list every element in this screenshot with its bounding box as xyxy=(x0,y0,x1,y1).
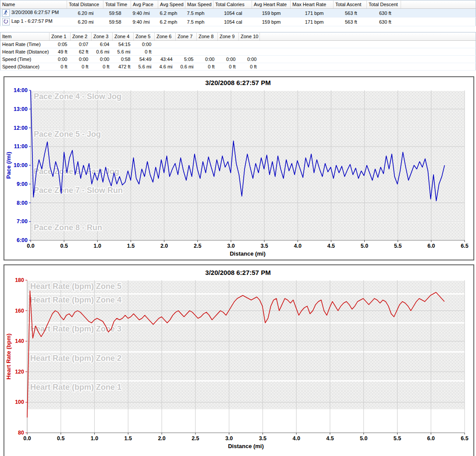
column-header-total-distance[interactable]: Total Distance xyxy=(67,0,103,9)
heart-rate-chart-box: Heart Rate (bpm) Zone 5Heart Rate (bpm) … xyxy=(4,264,474,456)
cell: 4.6 mi xyxy=(155,63,176,71)
cell xyxy=(176,41,197,48)
cell-filler xyxy=(260,63,476,71)
cell: 7.5 mph xyxy=(185,18,213,26)
zone-stat-row[interactable]: Speed (Distance)0 ft0 ft0 ft472 ft5.6 mi… xyxy=(0,63,476,71)
column-header-zone-4[interactable]: Zone 4 xyxy=(113,32,134,41)
cell: 0 ft xyxy=(134,48,155,56)
column-header-filler xyxy=(401,0,476,9)
cell: 630 ft xyxy=(367,18,401,26)
column-header-max-heart-rate[interactable]: Max Heart Rate xyxy=(291,0,334,9)
x-tick-label: 1.5 xyxy=(124,435,132,442)
x-tick-label: 1.0 xyxy=(94,243,101,249)
column-header-zone-7[interactable]: Zone 7 xyxy=(176,32,197,41)
chart-title: 3/20/2008 6:27:57 PM xyxy=(205,79,270,86)
zone-stat-row[interactable]: Heart Rate (Time)0:050:076:0454:150:00 xyxy=(0,41,476,48)
zone-stat-row[interactable]: Speed (Time)0:000:000:000:5854:4943:445:… xyxy=(0,56,476,63)
column-header-zone-10[interactable]: Zone 10 xyxy=(239,32,260,41)
cell: 0.6 mi xyxy=(92,48,113,56)
cell xyxy=(197,41,218,48)
cell: 49 ft xyxy=(50,48,71,56)
cell xyxy=(239,41,260,48)
cell: 5.6 mi xyxy=(113,48,134,56)
y-tick-label: 80 xyxy=(18,430,24,436)
cell xyxy=(155,41,176,48)
cell: 0 ft xyxy=(197,63,218,71)
cell: 7.5 mph xyxy=(185,9,213,18)
x-tick-label: 1.0 xyxy=(91,435,98,442)
cell: 0:00 xyxy=(239,56,260,63)
column-header-avg-pace[interactable]: Avg Pace xyxy=(131,0,158,9)
lap-icon xyxy=(2,18,10,25)
y-tick-label: 180 xyxy=(15,277,24,283)
zone-item-cell: Speed (Distance) xyxy=(0,63,50,71)
activity-row[interactable]: 3/20/2008 6:27:57 PM6.20 mi59:589:40 /mi… xyxy=(0,9,476,18)
column-header-total-calories[interactable]: Total Calories xyxy=(213,0,252,9)
y-axis-title: Pace (/mi) xyxy=(5,152,12,178)
column-header-zone-5[interactable]: Zone 5 xyxy=(134,32,155,41)
zone-stat-row[interactable]: Heart Rate (Distance)49 ft62 ft0.6 mi5.6… xyxy=(0,48,476,56)
column-header-total-time[interactable]: Total Time xyxy=(103,0,131,9)
cell xyxy=(197,48,218,56)
y-tick-label: 7:00 xyxy=(17,218,28,224)
column-header-avg-speed[interactable]: Avg Speed xyxy=(158,0,185,9)
summary-table: NameTotal DistanceTotal TimeAvg PaceAvg … xyxy=(0,0,476,26)
x-tick-label: 3.5 xyxy=(259,435,266,442)
column-header-zone-2[interactable]: Zone 2 xyxy=(71,32,92,41)
activity-name-cell: Lap 1 - 6:27:57 PM xyxy=(0,18,67,26)
cell: 0:07 xyxy=(71,41,92,48)
column-header-zone-3[interactable]: Zone 3 xyxy=(92,32,113,41)
column-header-avg-heart-rate[interactable]: Avg Heart Rate xyxy=(252,0,291,9)
column-header-zone-6[interactable]: Zone 6 xyxy=(155,32,176,41)
x-tick-label: 2.0 xyxy=(158,435,165,442)
y-tick-label: 11:00 xyxy=(14,143,28,150)
column-header-zone-8[interactable]: Zone 8 xyxy=(197,32,218,41)
x-tick-label: 2.0 xyxy=(160,243,168,249)
x-tick-label: 3.0 xyxy=(225,435,233,442)
y-tick-label: 120 xyxy=(15,369,24,375)
cell: 6.2 mph xyxy=(158,9,185,18)
cell: 0:05 xyxy=(50,41,71,48)
row-label: Speed (Time) xyxy=(2,57,31,62)
cell: 0 ft xyxy=(71,63,92,71)
cell: 0 ft xyxy=(239,63,260,71)
column-header-name[interactable]: Name xyxy=(0,0,67,9)
cell xyxy=(239,48,260,56)
activity-row[interactable]: Lap 1 - 6:27:57 PM6.20 mi59:589:40 /mi6.… xyxy=(0,18,476,26)
cell: 5.6 mi xyxy=(134,63,155,71)
x-tick-label: 4.5 xyxy=(326,435,334,442)
row-label: 3/20/2008 6:27:57 PM xyxy=(11,10,59,15)
cell: 0:00 xyxy=(71,56,92,63)
x-tick-label: 0.0 xyxy=(27,243,34,249)
chart-title: 3/20/2008 6:27:57 PM xyxy=(205,269,270,276)
column-header-zone-9[interactable]: Zone 9 xyxy=(218,32,239,41)
cell: 159 bpm xyxy=(252,9,291,18)
column-header-item[interactable]: Item xyxy=(0,32,50,41)
cell xyxy=(176,48,197,56)
x-tick-label: 6.5 xyxy=(461,243,468,249)
column-header-total-ascent[interactable]: Total Ascent xyxy=(334,0,367,9)
pace-chart-canvas[interactable]: Pace Zone 4 - Slow JogPace Zone 5 - JogP… xyxy=(4,77,472,260)
cell xyxy=(218,41,239,48)
y-tick-label: 14:00 xyxy=(14,87,28,93)
column-header-filler xyxy=(260,32,476,41)
zone-item-cell: Heart Rate (Time) xyxy=(0,41,50,48)
zone-label: Pace Zone 5 - Jog xyxy=(34,130,101,139)
heart-rate-chart-canvas[interactable]: Heart Rate (bpm) Zone 5Heart Rate (bpm) … xyxy=(4,265,472,456)
zone-label: Heart Rate (bpm) Zone 5 xyxy=(30,282,121,291)
x-axis-title: Distance (mi) xyxy=(230,250,266,257)
x-tick-label: 0.5 xyxy=(60,243,67,249)
y-tick-label: 12:00 xyxy=(14,125,28,131)
zone-label: Heart Rate (bpm) Zone 1 xyxy=(30,383,121,392)
zone-item-cell: Speed (Time) xyxy=(0,56,50,63)
column-header-zone-1[interactable]: Zone 1 xyxy=(50,32,71,41)
x-tick-label: 0.0 xyxy=(23,435,31,442)
x-tick-label: 5.0 xyxy=(360,435,367,442)
row-label: Heart Rate (Distance) xyxy=(2,49,49,54)
cell: 171 bpm xyxy=(291,9,334,18)
column-header-max-speed[interactable]: Max Speed xyxy=(185,0,213,9)
cell: 0:00 xyxy=(218,56,239,63)
runner-icon xyxy=(2,9,10,17)
column-header-total-descent[interactable]: Total Descent xyxy=(367,0,401,9)
y-tick-label: 6:00 xyxy=(17,237,28,243)
